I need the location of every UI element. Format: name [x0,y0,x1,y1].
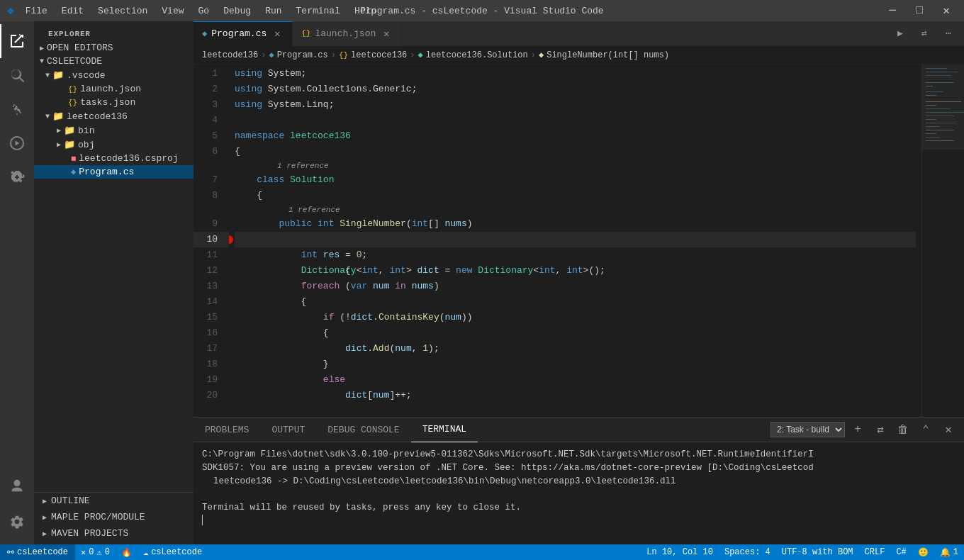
panel-tab-terminal[interactable]: TERMINAL [411,418,478,442]
close-button[interactable]: ✕ [936,0,957,21]
open-editors-section[interactable]: ▶ OPEN EDITORS [34,41,194,55]
encoding-status[interactable]: UTF-8 with BOM [776,544,859,560]
menu-run[interactable]: Run [259,4,287,18]
menu-file[interactable]: File [20,4,53,18]
code-line-4 [235,113,916,128]
extensions-activity-icon[interactable] [0,160,34,194]
editor-area: ◆ Program.cs ✕ {} launch.json ✕ ▶ ⇄ ⋯ le… [194,21,964,544]
lc136-folder-icon: 📁 [52,111,64,122]
fire-status[interactable]: 🔥 [116,544,138,560]
vscode-folder[interactable]: ▼ 📁 .vscode [34,68,194,82]
line-ending-status[interactable]: CRLF [859,544,891,560]
notifications-status[interactable]: 🔔 1 [934,544,964,560]
maven-section[interactable]: ▶ MAVEN PROJECTS [34,525,194,542]
menu-selection[interactable]: Selection [92,4,153,18]
sidebar-bottom: ▶ OUTLINE ▶ MAPLE PROC/MODULE ▶ MAVEN PR… [34,492,194,544]
menu-debug[interactable]: Debug [218,4,257,18]
line-num-17: 17 [194,341,229,357]
breadcrumb-file[interactable]: Program.cs [277,50,328,60]
line-num-20: 20 [194,388,229,403]
title-bar: ❖ File Edit Selection View Go Debug Run … [0,0,964,21]
json-icon: {} [68,85,77,94]
launch-json-item[interactable]: {} launch.json [34,82,194,96]
search-activity-icon[interactable] [0,58,34,92]
code-container[interactable]: 1 2 3 4 5 6 7 8 9 10 11 12 13 14 15 [194,65,921,417]
obj-folder[interactable]: ▶ 📁 obj [34,138,194,152]
code-line-10: { [235,232,916,247]
explorer-activity-icon[interactable] [0,24,34,58]
source-control-activity-icon[interactable] [0,92,34,126]
panel-tab-problems[interactable]: PROBLEMS [194,418,260,442]
csleetcode-section[interactable]: ▼ CSLEETCODE [34,55,194,68]
ref-hint-space-1 [194,159,229,172]
tabs-right-controls: ▶ ⇄ ⋯ [890,23,964,43]
launch-json-label: launch.json [80,84,141,94]
sidebar: Explorer ▶ OPEN EDITORS ▼ CSLEETCODE ▼ 📁… [34,21,194,544]
panel-tab-output[interactable]: OUTPUT [260,418,316,442]
maven-arrow: ▶ [43,530,47,538]
program-cs-tab-close[interactable]: ✕ [271,28,284,40]
debug-activity-icon[interactable] [0,126,34,160]
code-line-7: class Solution [235,172,916,188]
delete-terminal-button[interactable]: 🗑 [893,420,913,439]
tasks-json-item[interactable]: {} tasks.json [34,96,194,109]
ref-hint-space-2 [194,203,229,216]
terminal-select[interactable]: 2: Task - build [770,422,845,437]
cursor-position-status[interactable]: Ln 10, Col 10 [641,544,719,560]
launch-json-tab-close[interactable]: ✕ [380,27,393,40]
menu-go[interactable]: Go [193,4,215,18]
csleetcode-arrow: ▼ [40,57,44,65]
code-lines[interactable]: using System; using System.Collections.G… [229,65,921,417]
activity-bar [0,21,34,544]
title-bar-left: ❖ File Edit Selection View Go Debug Run … [7,4,382,18]
minimize-button[interactable]: ─ [882,0,903,21]
breadcrumb-method[interactable]: SingleNumber(int[] nums) [547,50,669,60]
terminal-content[interactable]: C:\Program Files\dotnet\sdk\3.0.100-prev… [194,442,964,544]
tab-program-cs[interactable]: ◆ Program.cs ✕ [194,21,293,46]
bin-folder[interactable]: ▶ 📁 bin [34,123,194,138]
git-branch-status[interactable]: ⚯ csLeetcode [0,544,75,560]
breadcrumb: leetcode136 › ◆ Program.cs › {} leetcoce… [194,46,964,65]
account-icon[interactable] [0,469,34,503]
line-num-14: 14 [194,294,229,310]
breadcrumb-namespace[interactable]: leetcoce136 [351,50,407,60]
breadcrumb-class-icon: ◆ [418,50,423,60]
program-cs-item[interactable]: ◆ Program.cs [34,165,194,179]
outline-label: OUTLINE [51,495,90,506]
run-button[interactable]: ▶ [890,23,910,43]
minimap [921,65,964,417]
panel-collapse-button[interactable]: ⌃ [916,420,936,439]
tabs-bar: ◆ Program.cs ✕ {} launch.json ✕ ▶ ⇄ ⋯ [194,21,964,46]
panel-tab-debug-console[interactable]: DEBUG CONSOLE [316,418,410,442]
split-editor-button[interactable]: ⇄ [914,23,934,43]
line-num-11: 11 [194,247,229,263]
indent-status[interactable]: Spaces: 4 [719,544,776,560]
leetcode136-folder[interactable]: ▼ 📁 leetcode136 [34,109,194,123]
menu-terminal[interactable]: Terminal [291,4,346,18]
tab-launch-json[interactable]: {} launch.json ✕ [293,21,402,46]
line-num-8: 8 [194,188,229,203]
smiley-status[interactable]: 🙂 [912,544,934,560]
menu-edit[interactable]: Edit [56,4,89,18]
split-terminal-button[interactable]: ⇄ [870,420,890,439]
settings-activity-icon[interactable] [0,505,34,539]
language-status[interactable]: C# [890,544,912,560]
maximize-button[interactable]: □ [909,0,930,21]
line-num-10: 10 [194,232,229,247]
csproj-item[interactable]: ◼ leetcode136.csproj [34,152,194,165]
panel-close-button[interactable]: ✕ [938,420,958,439]
line-num-5: 5 [194,128,229,144]
breadcrumb-folder[interactable]: leetcode136 [202,50,258,60]
more-actions-button[interactable]: ⋯ [938,23,958,43]
code-line-8: { [235,188,916,203]
add-terminal-button[interactable]: + [848,420,868,439]
bin-folder-label: bin [78,125,94,136]
code-line-16: { [235,325,916,341]
outline-section[interactable]: ▶ OUTLINE [34,493,194,509]
breadcrumb-class[interactable]: leetcoce136.Solution [426,50,528,60]
maple-section[interactable]: ▶ MAPLE PROC/MODULE [34,509,194,525]
errors-warnings-status[interactable]: ✕ 0 ⚠ 0 [75,544,116,560]
code-line-17: dict.Add(num, 1); [235,341,916,357]
menu-view[interactable]: View [156,4,189,18]
remote-status[interactable]: ☁ csLeetcode [138,544,208,560]
